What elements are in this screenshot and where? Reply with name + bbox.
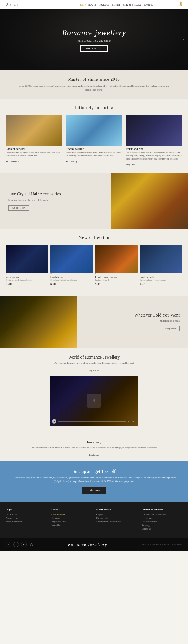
hero-content: Romance jewellery Find special here and … <box>62 28 126 52</box>
world-subtitle: Discovering the many facets of Swarovski… <box>6 361 182 364</box>
explore-link[interactable]: Explore all <box>88 369 100 372</box>
video-progress-bar[interactable] <box>58 421 126 422</box>
footer-privacy[interactable]: Privacy policy <box>6 517 46 519</box>
play-button[interactable]: ▶ <box>52 419 56 424</box>
facebook-icon[interactable]: f <box>6 542 11 547</box>
shop-earring-link[interactable]: Shop Earring <box>66 160 77 163</box>
new-collection-section: New collection New Royal necklace Crysta… <box>0 229 188 296</box>
footer-about: About us About Romance Our stores For pr… <box>51 508 92 531</box>
navigation: home new in Necklace Earring Ring & Brac… <box>0 0 188 9</box>
footer-internship[interactable]: Internship <box>51 524 92 527</box>
earring-desc: Bracelets of radiant brilliance crafted … <box>66 151 122 157</box>
earring-image <box>66 115 122 146</box>
footer-shipping[interactable]: Shipping <box>142 524 182 527</box>
footer-membership-title: Membership <box>96 508 137 511</box>
pearl-earrings-image <box>140 245 182 273</box>
signup-title: Sing up and get 15% off <box>11 469 177 474</box>
gold-text: Whatever Gold You Want Shining like the … <box>77 304 188 340</box>
gold-cta-button[interactable]: Shop Now <box>161 326 180 331</box>
nav-home[interactable]: home <box>80 3 86 6</box>
master-description: Since 2010 founder Sara Romance's passio… <box>17 84 171 92</box>
footer-about-romance[interactable]: About Romance <box>51 513 92 516</box>
search-input[interactable] <box>6 2 53 7</box>
spring-item-earring: Crystal earring Bracelets of radiant bri… <box>66 115 122 167</box>
nav-necklace[interactable]: Necklace <box>99 3 109 6</box>
footer-terms[interactable]: Terms of use <box>6 513 46 516</box>
crystal-rings-price: $ 50 <box>50 282 93 286</box>
footer-customer-service[interactable]: Customer service overview <box>142 513 182 516</box>
collection-grid: New Royal necklace Crystal and pearl vin… <box>6 245 182 286</box>
footer-top: Legal Terms of use Privacy policy Recall… <box>0 502 188 538</box>
twitter-icon[interactable]: t <box>13 542 19 547</box>
join-button[interactable]: Join now <box>82 487 106 494</box>
nav-search[interactable] <box>6 2 53 7</box>
royal-necklace-desc: Crystal and pearl vintage elegance <box>6 279 48 281</box>
hair-subtitle: Stunning beauty in the heart of the nigh… <box>8 199 102 201</box>
footer-brand: Romance Jewellery <box>68 542 107 547</box>
ring-image <box>126 115 182 146</box>
collection-item-crystal-rings: New Crystal rings Crystal and rings vint… <box>50 245 93 286</box>
spring-title: Infinitely in spring <box>6 105 182 110</box>
world-title: World of Romance Jewellery <box>6 355 182 360</box>
new-badge-4: New <box>140 273 182 275</box>
nav-links: home new in Necklace Earring Ring & Brac… <box>80 3 153 6</box>
hero-next-arrow[interactable]: › <box>183 37 185 43</box>
footer-legal: Legal Terms of use Privacy policy Recall… <box>6 508 46 531</box>
nav-about[interactable]: about us <box>144 3 153 6</box>
royal-earrings-name: Royal crystal earrings <box>95 276 138 278</box>
adobe-watermark: A <box>87 394 101 408</box>
youtube-icon[interactable]: ▶ <box>21 542 27 547</box>
footer-register[interactable]: Register <box>96 513 137 516</box>
spring-section: Infinitely in spring Radiant neckless Ch… <box>0 99 188 173</box>
pearl-earrings-name: Pearl earrings <box>140 276 182 278</box>
footer-customer-title: Customer services <box>142 508 182 511</box>
collection-item-pearl: New Pearl earrings Crystal and pearl vin… <box>140 245 182 286</box>
necklace-name: Radiant neckless <box>6 147 62 150</box>
footer-customer-overview[interactable]: Customer services overview <box>96 520 137 523</box>
footer-bottom: f t ▶ ◯ Romance Jewellery Copy © 2024 Ro… <box>0 538 188 551</box>
footer-contact[interactable]: Contact us <box>142 528 182 530</box>
nav-ring-bracelet[interactable]: Ring & Bracelet <box>123 3 141 6</box>
royal-necklace-name: Royal necklace <box>6 276 48 278</box>
footer-professionals[interactable]: For professionals <box>51 520 92 523</box>
royal-earrings-image <box>95 245 138 273</box>
shop-ring-link[interactable]: Shop Ring <box>126 163 135 166</box>
shop-necklace-link[interactable]: Shop Necklace <box>6 160 19 163</box>
spring-item-necklace: Radiant neckless Channeled into sculptur… <box>6 115 62 167</box>
video-box: A ▶ 0:00 / 0:00 <box>50 376 138 426</box>
master-title: Master of shine since 2010 <box>17 77 171 82</box>
necklace-image <box>6 115 62 146</box>
read-more-link[interactable]: Read more <box>89 454 99 456</box>
hero-title: Romance jewellery <box>62 28 126 37</box>
royal-earrings-price: $ 45 <box>95 282 138 286</box>
collection-item-royal-necklace: New Royal necklace Crystal and pearl vin… <box>6 245 48 286</box>
footer-order-status[interactable]: Order status <box>142 517 182 519</box>
footer-gift-card[interactable]: Gift card balance <box>142 520 182 523</box>
hair-cta-button[interactable]: Shop Now <box>8 205 29 211</box>
nav-new-in[interactable]: new in <box>88 3 96 6</box>
footer-recall[interactable]: Recall information <box>6 520 46 523</box>
ring-name: Dairmond ring <box>126 147 182 150</box>
gold-subtitle: Shining like the sun <box>86 319 180 322</box>
jewellery-description: The world's most luxurious brand. Gold c… <box>17 446 171 450</box>
hair-title: luxe Crystal Hair Accessories <box>8 191 102 196</box>
necklace-desc: Channeled into sculptural forms, fluid c… <box>6 151 62 157</box>
royal-necklace-price: $ 200 <box>6 282 48 286</box>
new-badge-3: New <box>95 273 138 275</box>
nav-earring[interactable]: Earring <box>112 3 120 6</box>
ring-desc: Full-cut facets in high-radiance faux tr… <box>126 151 182 161</box>
jewellery-text-section: Jewellery The world's most luxurious bra… <box>0 436 188 461</box>
footer-our-stores[interactable]: Our stores <box>51 517 92 519</box>
footer-romance-club[interactable]: Romance club <box>96 517 137 519</box>
footer-copyright: Copy © 2024 Romance Jewllery, All Rights… <box>141 543 182 546</box>
hero-cta-button[interactable]: SHOP MORE <box>80 45 108 52</box>
instagram-icon[interactable]: ◯ <box>29 542 34 547</box>
new-collection-title: New collection <box>6 235 182 240</box>
world-section: World of Romance Jewellery Discovering t… <box>0 348 188 436</box>
master-section: Master of shine since 2010 Since 2010 fo… <box>0 70 188 99</box>
footer-customer: Customer services Customer service overv… <box>142 508 182 531</box>
pearl-earrings-price: $ 45 <box>140 282 182 286</box>
crystal-rings-desc: Crystal and rings vintage elegance <box>50 279 93 281</box>
gold-title: Whatever Gold You Want <box>86 313 180 318</box>
crystal-rings-image <box>50 245 93 273</box>
